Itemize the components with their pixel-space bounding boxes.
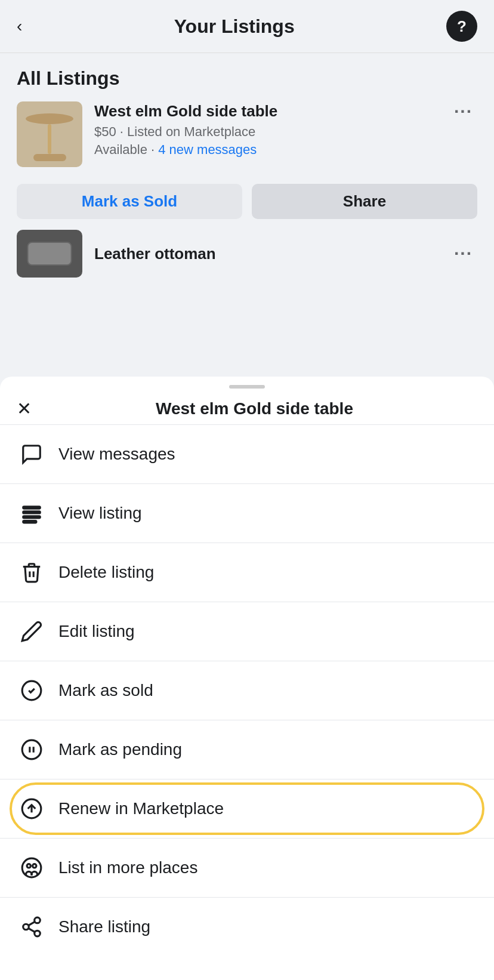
svg-line-17 <box>29 922 35 925</box>
listing-thumbnail-1[interactable] <box>17 230 82 278</box>
listing-card-0: West elm Gold side table ··· $50 · Liste… <box>17 101 477 219</box>
svg-rect-2 <box>23 516 41 518</box>
menu-label-renew-marketplace: Renew in Marketplace <box>58 799 224 818</box>
menu-item-view-messages[interactable]: View messages <box>0 425 494 484</box>
menu-label-view-messages: View messages <box>58 445 175 464</box>
mark-as-sold-button[interactable]: Mark as Sold <box>17 184 242 219</box>
menu-item-renew-marketplace[interactable]: Renew in Marketplace <box>0 779 494 839</box>
svg-point-13 <box>35 917 41 923</box>
back-button[interactable]: ‹ <box>17 17 22 36</box>
listing-actions-0: Mark as Sold Share <box>17 184 477 219</box>
listings-section: All Listings West elm Gold side table ··… <box>0 53 494 278</box>
close-button[interactable]: ✕ <box>17 400 32 418</box>
listing-messages-0: Available · 4 new messages <box>94 142 477 158</box>
svg-point-14 <box>23 924 29 930</box>
share-button[interactable]: Share <box>252 184 477 219</box>
menu-label-view-listing: View listing <box>58 504 142 523</box>
menu-item-delete-listing[interactable]: Delete listing <box>0 543 494 602</box>
menu-item-list-more-places[interactable]: List in more places <box>0 839 494 898</box>
pencil-icon <box>19 619 44 644</box>
more-options-button-0[interactable]: ··· <box>449 101 477 122</box>
drag-handle <box>229 385 265 389</box>
menu-item-share-listing[interactable]: Share listing <box>0 898 494 956</box>
menu-label-share-listing: Share listing <box>58 917 150 936</box>
listing-thumbnail-0[interactable] <box>17 101 82 167</box>
listing-info-0: West elm Gold side table ··· $50 · Liste… <box>94 101 477 158</box>
help-button[interactable]: ? <box>446 11 477 42</box>
svg-rect-3 <box>23 521 36 523</box>
pause-circle-icon <box>19 737 44 762</box>
listing-title-0: West elm Gold side table <box>94 101 277 122</box>
sheet-menu: View messagesView listingDelete listingE… <box>0 425 494 956</box>
menu-label-list-more-places: List in more places <box>58 858 197 877</box>
svg-line-16 <box>29 928 35 932</box>
menu-label-mark-as-sold: Mark as sold <box>58 681 153 700</box>
sheet-title: West elm Gold side table <box>32 399 477 418</box>
menu-item-view-listing[interactable]: View listing <box>0 484 494 543</box>
listing-price-0: $50 · Listed on Marketplace <box>94 124 477 140</box>
group-circle-icon <box>19 855 44 880</box>
share-icon <box>19 914 44 939</box>
menu-item-mark-as-pending[interactable]: Mark as pending <box>0 720 494 779</box>
upload-circle-icon <box>19 796 44 821</box>
menu-label-mark-as-pending: Mark as pending <box>58 740 182 759</box>
check-circle-icon <box>19 678 44 703</box>
svg-rect-1 <box>23 511 41 513</box>
page-title: Your Listings <box>174 16 295 38</box>
messages-link-0[interactable]: 4 new messages <box>158 142 257 157</box>
listing-title-1: Leather ottoman <box>94 245 216 263</box>
trash-icon <box>19 560 44 585</box>
svg-point-15 <box>35 930 41 936</box>
menu-label-edit-listing: Edit listing <box>58 622 135 641</box>
menu-item-edit-listing[interactable]: Edit listing <box>0 602 494 661</box>
message-icon <box>19 442 44 467</box>
svg-rect-0 <box>23 507 41 509</box>
svg-point-12 <box>33 864 36 868</box>
list-icon <box>19 501 44 526</box>
svg-point-5 <box>22 740 41 759</box>
menu-label-delete-listing: Delete listing <box>58 563 154 582</box>
menu-item-mark-as-sold[interactable]: Mark as sold <box>0 661 494 720</box>
svg-point-11 <box>27 864 30 868</box>
sheet-header: ✕ West elm Gold side table <box>0 393 494 425</box>
section-title: All Listings <box>17 67 477 90</box>
more-options-button-1[interactable]: ··· <box>449 244 477 264</box>
listing-card-1: Leather ottoman ··· <box>17 219 477 278</box>
nav-bar: ‹ Your Listings ? <box>0 0 494 53</box>
sheet-handle <box>0 377 494 393</box>
bottom-sheet: ✕ West elm Gold side table View messages… <box>0 377 494 980</box>
